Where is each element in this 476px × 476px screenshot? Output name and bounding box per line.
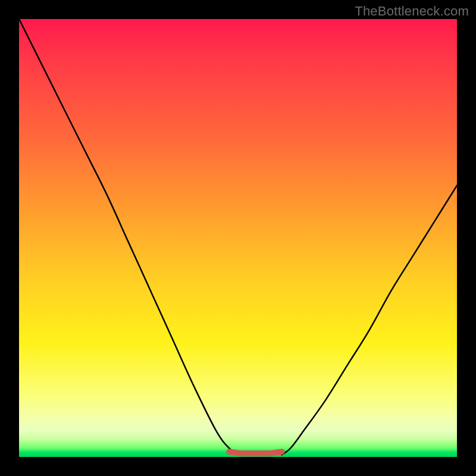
curve-left-path: [19, 19, 247, 455]
attribution-watermark: TheBottleneck.com: [355, 4, 469, 19]
curve-right-path: [282, 186, 457, 455]
valley-floor-path: [229, 452, 281, 453]
plot-area: [19, 19, 457, 457]
chart-frame: TheBottleneck.com: [0, 0, 476, 476]
plot-svg: [19, 19, 457, 457]
